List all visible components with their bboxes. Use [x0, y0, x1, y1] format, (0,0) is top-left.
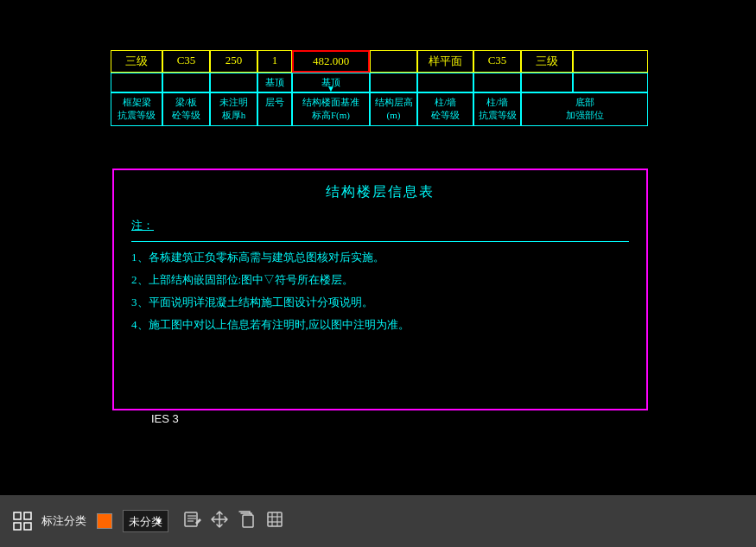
sub-col3 — [210, 73, 257, 92]
svg-rect-1 — [24, 512, 31, 519]
drawing-area: 三级 C35 250 1 482.000 样平面 C35 三级 基顶 基顶 ▼ — [0, 0, 756, 484]
move-icon[interactable] — [210, 510, 229, 533]
category-dropdown-wrap: 未分类 ▼ — [123, 510, 168, 532]
sub-col10 — [573, 73, 648, 92]
col-sample-plan: 样平面 — [417, 50, 473, 73]
col-slab-thickness: 250 — [210, 50, 257, 73]
toolbar-right-icons — [182, 510, 284, 533]
header-col-concrete: 柱/墙 砼等级 — [417, 92, 473, 126]
subheader-row: 基顶 基顶 ▼ — [111, 73, 648, 92]
sub-col4-label: 基顶 — [257, 73, 292, 92]
svg-rect-2 — [14, 523, 21, 530]
col-height — [370, 50, 417, 73]
header-floor-no: 层号 — [257, 92, 292, 126]
note-divider — [131, 241, 629, 242]
note-1: 1、各栋建筑正负零标高需与建筑总图核对后实施。 — [131, 246, 629, 269]
svg-rect-0 — [14, 512, 21, 519]
category-color-box[interactable] — [97, 513, 112, 529]
table-wrapper: 三级 C35 250 1 482.000 样平面 C35 三级 基顶 基顶 ▼ — [111, 50, 648, 126]
info-box-notes: 注： 1、各栋建筑正负零标高需与建筑总图核对后实施。 2、上部结构嵌固部位:图中… — [131, 214, 629, 336]
col-strengthen — [573, 50, 648, 73]
svg-rect-9 — [268, 512, 282, 526]
col-floor-num: 1 — [257, 50, 292, 73]
header-strengthen: 底部 加强部位 — [521, 92, 648, 126]
svg-rect-3 — [24, 523, 31, 530]
col-concrete-grade: C35 — [162, 50, 210, 73]
properties-icon[interactable] — [265, 510, 284, 533]
note-label: 注： — [131, 214, 629, 237]
copy-icon[interactable] — [238, 510, 257, 533]
annotation-grid-icon[interactable] — [10, 509, 35, 533]
header-elev-base: 结构楼面基准 标高F(m) — [292, 92, 370, 126]
top-data-row: 三级 C35 250 1 482.000 样平面 C35 三级 — [111, 50, 648, 73]
info-box-title: 结构楼层信息表 — [131, 183, 629, 201]
header-frame-seismic: 框架梁 抗震等级 — [111, 92, 162, 126]
col-elevation-highlight: 482.000 — [292, 50, 370, 73]
col-col-seismic: 三级 — [521, 50, 573, 73]
toolbar: 标注分类 未分类 ▼ — [0, 495, 756, 547]
svg-rect-4 — [185, 512, 197, 526]
sub-col1 — [111, 73, 162, 92]
info-box: 结构楼层信息表 注： 1、各栋建筑正负零标高需与建筑总图核对后实施。 2、上部结… — [112, 169, 648, 410]
category-dropdown[interactable]: 未分类 — [123, 510, 168, 532]
sub-col7 — [417, 73, 473, 92]
sub-col5-label: 基顶 ▼ — [292, 73, 370, 92]
sub-col8 — [473, 73, 521, 92]
col-col-concrete: C35 — [473, 50, 521, 73]
annotation-label: 标注分类 — [41, 513, 86, 529]
header-col-seismic: 柱/墙 抗震等级 — [473, 92, 521, 126]
svg-rect-8 — [243, 515, 253, 527]
ies-label: IES 3 — [151, 412, 179, 425]
note-2: 2、上部结构嵌固部位:图中▽符号所在楼层。 — [131, 269, 629, 291]
sub-col2 — [162, 73, 210, 92]
header-floor-height: 结构层高 (m) — [370, 92, 417, 126]
col-frame-class: 三级 — [111, 50, 162, 73]
note-4: 4、施工图中对以上信息若有注明时,应以图中注明为准。 — [131, 314, 629, 336]
header-beam-concrete: 梁/板 砼等级 — [162, 92, 210, 126]
edit-icon[interactable] — [182, 510, 201, 533]
sub-col9 — [521, 73, 573, 92]
header-slab-h: 未注明 板厚h — [210, 92, 257, 126]
sub-col6 — [370, 73, 417, 92]
note-3: 3、平面说明详混凝土结构施工图设计分项说明。 — [131, 291, 629, 314]
column-headers-row: 框架梁 抗震等级 梁/板 砼等级 未注明 板厚h 层号 结构楼面基准 标高F(m… — [111, 92, 648, 126]
down-arrow: ▼ — [327, 84, 335, 93]
